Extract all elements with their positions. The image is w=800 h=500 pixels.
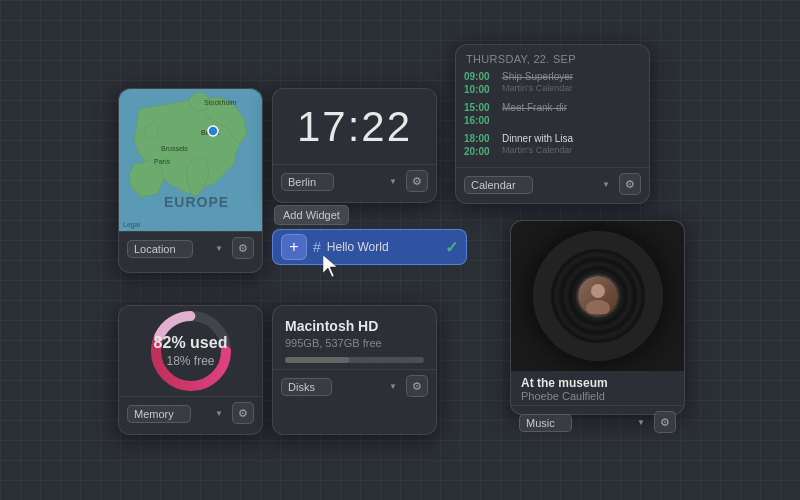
clock-select-wrapper: Berlin ▼ <box>281 172 402 191</box>
calendar-widget-bar: Calendar ▼ ⚙ <box>456 167 649 200</box>
calendar-widget: THURSDAY, 22. SEP 09:0010:00 Ship Superl… <box>455 44 650 204</box>
svg-text:Paris: Paris <box>154 158 170 165</box>
location-select[interactable]: Location <box>127 240 193 258</box>
disk-bar-fill <box>285 357 349 363</box>
add-widget-label: Add Widget <box>274 205 349 225</box>
memory-select[interactable]: Memory <box>127 405 191 423</box>
add-widget-bar: + # Hello World ✓ <box>272 229 467 265</box>
svg-text:Legal: Legal <box>123 221 141 229</box>
location-widget: Stockholm Berlin Brussels Paris EUROPE L… <box>118 88 263 273</box>
disks-gear-button[interactable]: ⚙ <box>406 375 428 397</box>
location-select-arrow: ▼ <box>215 244 223 253</box>
event-1-details: Ship Superloyer Martin's Calendar <box>502 70 573 93</box>
disk-name: Macintosh HD <box>285 318 424 334</box>
memory-gear-button[interactable]: ⚙ <box>232 402 254 424</box>
event-1-title: Ship Superloyer <box>502 70 573 83</box>
disk-area: Macintosh HD 995GB, 537GB free <box>273 306 436 369</box>
event-3-time: 18:0020:00 <box>464 132 496 158</box>
memory-widget-bar: Memory ▼ ⚙ <box>119 396 262 429</box>
vinyl-record <box>533 231 663 361</box>
event-2-details: Meet Frank-dir <box>502 101 567 114</box>
disk-info: 995GB, 537GB free <box>285 337 424 349</box>
location-widget-bar: Location ▼ ⚙ <box>119 231 262 264</box>
event-3-title: Dinner with Lisa <box>502 132 573 145</box>
event-2-time: 15:0016:00 <box>464 101 496 127</box>
clock-gear-button[interactable]: ⚙ <box>406 170 428 192</box>
memory-select-arrow: ▼ <box>215 409 223 418</box>
event-3-details: Dinner with Lisa Martin's Calendar <box>502 132 573 155</box>
plus-icon: + <box>289 238 298 256</box>
vinyl-photo <box>578 276 618 316</box>
clock-widget: 17:22 Berlin ▼ ⚙ <box>272 88 437 203</box>
calendar-header: THURSDAY, 22. SEP <box>456 45 649 70</box>
disks-widget-bar: Disks ▼ ⚙ <box>273 369 436 402</box>
clock-widget-bar: Berlin ▼ ⚙ <box>273 164 436 197</box>
disks-select-arrow: ▼ <box>389 382 397 391</box>
clock-select-arrow: ▼ <box>389 177 397 186</box>
memory-used-label: 82% used <box>154 333 228 354</box>
calendar-gear-button[interactable]: ⚙ <box>619 173 641 195</box>
event-2-title: Meet Frank-dir <box>502 101 567 114</box>
music-select[interactable]: Music <box>519 414 572 432</box>
calendar-event-3: 18:0020:00 Dinner with Lisa Martin's Cal… <box>464 132 641 158</box>
music-artist: Phoebe Caulfield <box>521 390 674 402</box>
calendar-events: 09:0010:00 Ship Superloyer Martin's Cale… <box>456 70 649 167</box>
location-select-wrapper: Location ▼ <box>127 239 228 258</box>
map-display: Stockholm Berlin Brussels Paris EUROPE L… <box>119 89 262 231</box>
clock-time: 17:22 <box>273 89 436 164</box>
memory-free-label: 18% free <box>154 354 228 370</box>
calendar-select[interactable]: Calendar <box>464 176 533 194</box>
calendar-select-arrow: ▼ <box>602 180 610 189</box>
disk-bar-background <box>285 357 424 363</box>
vinyl-center <box>576 274 620 318</box>
map-svg: Stockholm Berlin Brussels Paris EUROPE L… <box>119 89 262 231</box>
confirm-add-icon[interactable]: ✓ <box>445 238 458 257</box>
music-album-art <box>511 221 684 371</box>
person-silhouette-icon <box>580 278 616 314</box>
memory-donut-text: 82% used 18% free <box>154 333 228 369</box>
music-gear-button[interactable]: ⚙ <box>654 411 676 433</box>
music-widget-bar: Music ▼ ⚙ <box>511 405 684 438</box>
svg-text:Stockholm: Stockholm <box>204 99 237 106</box>
svg-text:EUROPE: EUROPE <box>164 194 229 210</box>
svg-text:Brussels: Brussels <box>161 145 188 152</box>
disks-select[interactable]: Disks <box>281 378 332 396</box>
clock-city-select[interactable]: Berlin <box>281 173 334 191</box>
music-select-wrapper: Music ▼ <box>519 413 650 432</box>
add-widget-plus-button[interactable]: + <box>281 234 307 260</box>
svg-point-11 <box>591 284 605 298</box>
music-info: At the museum Phoebe Caulfield <box>511 371 684 405</box>
svg-point-12 <box>586 300 610 314</box>
hash-icon: # <box>313 239 321 255</box>
location-gear-button[interactable]: ⚙ <box>232 237 254 259</box>
memory-widget: 82% used 18% free Memory ▼ ⚙ <box>118 305 263 435</box>
calendar-select-wrapper: Calendar ▼ <box>464 175 615 194</box>
calendar-event-2: 15:0016:00 Meet Frank-dir <box>464 101 641 127</box>
memory-select-wrapper: Memory ▼ <box>127 404 228 423</box>
calendar-event-1: 09:0010:00 Ship Superloyer Martin's Cale… <box>464 70 641 96</box>
new-widget-name-select[interactable]: Hello World <box>327 240 439 254</box>
disks-select-wrapper: Disks ▼ <box>281 377 402 396</box>
event-3-sub: Martin's Calendar <box>502 145 573 155</box>
music-widget: At the museum Phoebe Caulfield Music ▼ ⚙ <box>510 220 685 415</box>
memory-donut-area: 82% used 18% free <box>119 306 262 396</box>
music-select-arrow: ▼ <box>637 418 645 427</box>
add-widget-area: Add Widget + # Hello World ✓ <box>272 205 467 265</box>
svg-point-6 <box>208 126 218 136</box>
music-title: At the museum <box>521 376 674 390</box>
event-1-sub: Martin's Calendar <box>502 83 573 93</box>
event-1-time: 09:0010:00 <box>464 70 496 96</box>
disks-widget: Macintosh HD 995GB, 537GB free Disks ▼ ⚙ <box>272 305 437 435</box>
